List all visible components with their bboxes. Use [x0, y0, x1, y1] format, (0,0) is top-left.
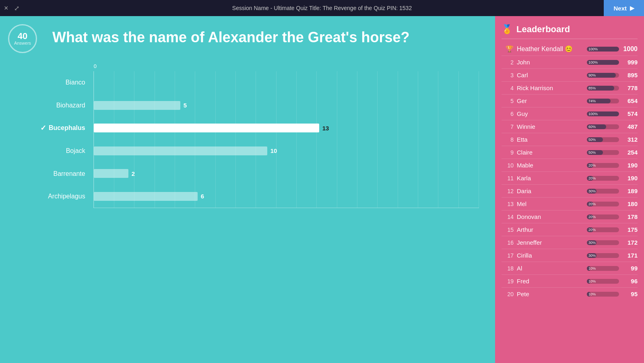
lb-percent: 85%	[588, 86, 596, 91]
answer-label-5: Archipelagus	[40, 188, 85, 205]
leaderboard-row: 19Fred10%96	[502, 276, 638, 287]
answer-label-2: ✓ Bucephalus	[40, 119, 85, 137]
lb-name: Mel	[517, 200, 584, 207]
session-title: Session Name - Ultimate Quiz Title: The …	[232, 5, 412, 11]
next-button[interactable]: Next ▶	[604, 0, 644, 16]
lb-divider	[502, 287, 638, 288]
lb-score: 180	[622, 200, 638, 207]
checkmark-icon: ✓	[40, 124, 46, 132]
lb-percent: 30%	[588, 253, 596, 258]
lb-rank: 7	[502, 124, 514, 130]
lb-rank: 5	[502, 98, 514, 104]
leaderboard-row: 🏆Heather Kendall 😊100%1000	[502, 43, 638, 55]
bar-value-3: 10	[270, 147, 277, 154]
lb-divider	[502, 274, 638, 275]
expand-button[interactable]: ⤢	[14, 4, 19, 12]
leaderboard-row: 9Claire50%254	[502, 147, 638, 158]
lb-progress-bar: 100%	[587, 111, 619, 116]
lb-name: Winnie	[517, 123, 584, 130]
quiz-panel: 40 Answers What was the name of Alexande…	[0, 16, 495, 363]
lb-percent: 20%	[588, 227, 596, 232]
lb-progress-bar: 20%	[587, 163, 619, 168]
lb-progress-bar: 10%	[587, 292, 619, 297]
lb-name: Etta	[517, 136, 584, 143]
answer-label-4: Barrenante	[40, 165, 85, 183]
lb-progress-bar: 10%	[587, 266, 619, 271]
bar-row-0	[94, 74, 475, 91]
lb-divider	[502, 133, 638, 133]
bar-row-4: 2	[94, 165, 475, 182]
lb-rank: 12	[502, 188, 514, 194]
lb-rank: 10	[502, 162, 514, 169]
lb-score: 1000	[622, 45, 638, 53]
leaderboard-row: 16Jenneffer30%172	[502, 237, 638, 248]
question-text: What was the name of Alexander the Great…	[52, 28, 415, 47]
lb-divider	[502, 184, 638, 185]
lb-score: 574	[622, 110, 638, 117]
topbar: × ⤢ Session Name - Ultimate Quiz Title: …	[0, 0, 644, 16]
lb-name: Ger	[517, 97, 584, 104]
lb-score: 175	[622, 226, 638, 233]
lb-progress-bar: 20%	[587, 214, 619, 219]
lb-score: 95	[622, 291, 638, 297]
leaderboard-row: 7Winnie60%487	[502, 121, 638, 132]
lb-rank: 9	[502, 149, 514, 156]
lb-divider	[502, 210, 638, 210]
lb-divider	[502, 249, 638, 249]
next-arrow-icon: ▶	[630, 5, 634, 11]
answer-label-0: Bianco	[40, 74, 85, 91]
lb-name: Al	[517, 265, 584, 272]
lb-rank: 11	[502, 175, 514, 182]
close-button[interactable]: ×	[4, 4, 8, 12]
bar-row-2: 13	[94, 119, 475, 137]
zero-label: 0	[94, 63, 97, 69]
lb-score: 999	[622, 59, 638, 66]
lb-progress-bar: 100%	[587, 47, 619, 52]
lb-percent: 50%	[588, 137, 596, 142]
leaderboard-row: 11Karla20%190	[502, 173, 638, 184]
lb-divider	[502, 159, 638, 159]
lb-rank: 8	[502, 136, 514, 143]
lb-progress-bar: 50%	[587, 150, 619, 155]
lb-score: 189	[622, 188, 638, 194]
lb-name: Daria	[517, 188, 584, 194]
lb-rank: 🏆	[502, 45, 514, 53]
bar-value-2: 13	[322, 125, 329, 132]
lb-percent: 50%	[588, 150, 596, 155]
leaderboard-row: 8Etta50%312	[502, 134, 638, 145]
lb-rank: 3	[502, 72, 514, 78]
leaderboard-row: 20Pete10%95	[502, 289, 638, 299]
answers-label: Answers	[14, 41, 31, 45]
lb-divider	[502, 56, 638, 56]
bar-value-1: 5	[184, 102, 187, 109]
lb-score: 96	[622, 278, 638, 285]
lb-percent: 30%	[588, 240, 596, 245]
lb-rank: 20	[502, 291, 514, 297]
lb-percent: 10%	[588, 292, 596, 297]
lb-progress-bar: 85%	[587, 86, 619, 91]
leaderboard-row: 15Arthur20%175	[502, 224, 638, 235]
lb-rank: 15	[502, 227, 514, 233]
leaderboard-title: Leaderboard	[516, 24, 570, 35]
grid-line	[479, 71, 479, 208]
leaderboard-panel: 🏅 Leaderboard 🏆Heather Kendall 😊100%1000…	[495, 16, 644, 363]
lb-progress-bar: 100%	[587, 60, 619, 65]
lb-progress-bar: 30%	[587, 240, 619, 245]
leaderboard-header: 🏅 Leaderboard	[502, 24, 638, 39]
lb-name: Rick Harrison	[517, 85, 584, 91]
leaderboard-list: 🏆Heather Kendall 😊100%10002John100%9993C…	[502, 43, 638, 299]
lb-name: Carl	[517, 72, 584, 78]
lb-score: 654	[622, 97, 638, 104]
lb-name: Donovan	[517, 213, 584, 220]
lb-progress-bar: 60%	[587, 124, 619, 129]
chart-container: BiancoBiohazard✓ BucephalusBojackBarrena…	[16, 63, 479, 351]
answers-counter: 40 Answers	[8, 24, 37, 53]
lb-name: Arthur	[517, 226, 584, 233]
bar-fill-2	[94, 124, 319, 132]
bar-row-5: 6	[94, 188, 475, 205]
main-content: 40 Answers What was the name of Alexande…	[0, 16, 644, 363]
leaderboard-row: 13Mel20%180	[502, 198, 638, 209]
lb-divider	[502, 197, 638, 198]
lb-divider	[502, 94, 638, 95]
lb-score: 895	[622, 72, 638, 78]
